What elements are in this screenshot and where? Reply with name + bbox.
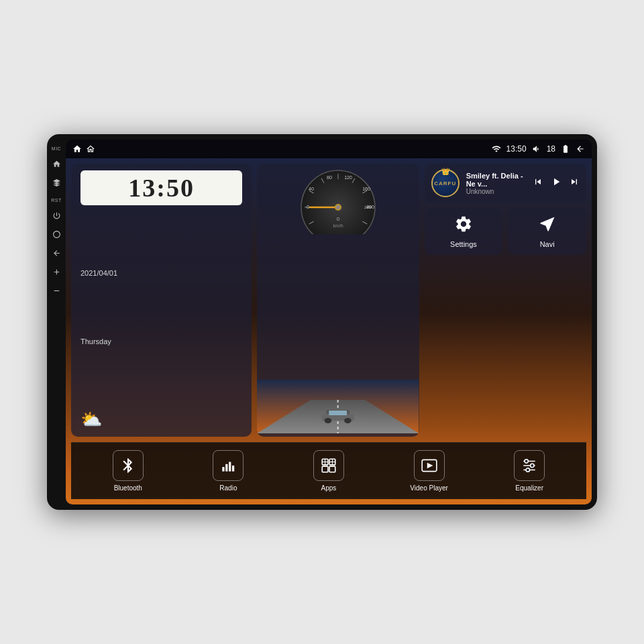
- clock-day: Thursday: [80, 337, 242, 345]
- svg-rect-37: [329, 466, 335, 472]
- bluetooth-icon: [119, 457, 137, 474]
- equalizer-icon: [521, 457, 538, 474]
- right-widgets: 👑 CARFU Smiley ft. Delia - Ne v... Unkno…: [425, 164, 586, 437]
- road-container: [257, 234, 419, 437]
- navi-widget[interactable]: Navi: [508, 208, 586, 255]
- music-controls: [533, 176, 580, 191]
- svg-text:240: 240: [364, 205, 372, 209]
- wifi-icon: [492, 144, 501, 154]
- settings-icon: [454, 215, 473, 237]
- apps-label: Apps: [321, 484, 337, 492]
- bluetooth-label: Bluetooth: [114, 484, 142, 492]
- svg-rect-36: [322, 466, 328, 472]
- music-artist: Unknown: [466, 188, 526, 195]
- side-button-panel: MIC RST: [47, 134, 66, 510]
- music-widget[interactable]: 👑 CARFU Smiley ft. Delia - Ne v... Unkno…: [425, 164, 586, 203]
- status-right-area: 13:50 18: [492, 144, 585, 154]
- clock-display: 13:50: [80, 170, 242, 205]
- svg-point-27: [325, 418, 332, 423]
- carfu-logo-text: CARFU: [434, 180, 456, 186]
- svg-point-28: [344, 418, 352, 423]
- svg-text:0: 0: [307, 205, 309, 209]
- speedometer-svg: 0 40 80 120 160 200 0: [291, 167, 385, 234]
- radio-icon-container: [213, 450, 244, 481]
- svg-text:0: 0: [337, 216, 340, 222]
- svg-text:km/h: km/h: [333, 223, 343, 228]
- equalizer-label: Equalizer: [515, 484, 543, 492]
- house-button[interactable]: [50, 176, 62, 189]
- main-content-area: 13:50 2021/04/01 Thursday ⛅: [66, 158, 592, 504]
- svg-marker-43: [427, 463, 433, 469]
- clock-time: 13:50: [87, 173, 235, 203]
- svg-rect-33: [232, 466, 234, 472]
- settings-widget[interactable]: Settings: [425, 208, 503, 255]
- nav-row: Settings Navi: [425, 208, 586, 255]
- apps-icon-container: [313, 450, 344, 481]
- svg-rect-32: [229, 462, 231, 472]
- video-player-button[interactable]: Video Player: [379, 450, 480, 492]
- settings-label: Settings: [450, 240, 477, 248]
- apps-icon: [320, 457, 337, 474]
- navi-icon: [538, 215, 557, 237]
- video-player-icon-container: [414, 450, 445, 481]
- bluetooth-button[interactable]: Bluetooth: [78, 450, 178, 492]
- video-player-label: Video Player: [410, 484, 448, 492]
- widgets-row: 13:50 2021/04/01 Thursday ⛅: [71, 164, 586, 437]
- svg-point-48: [531, 464, 534, 467]
- next-button[interactable]: [569, 176, 580, 190]
- speedometer-widget: 0 40 80 120 160 200 0: [257, 164, 419, 437]
- bottom-bar: Bluetooth Radio: [71, 442, 586, 499]
- power-button[interactable]: [50, 209, 62, 221]
- vol-up-button[interactable]: [50, 266, 62, 278]
- svg-point-49: [526, 468, 529, 472]
- radio-icon: [219, 457, 237, 474]
- car-head-unit: MIC RST: [47, 134, 597, 510]
- equalizer-icon-container: [514, 450, 545, 481]
- prev-button[interactable]: [533, 176, 543, 190]
- battery-icon: [561, 144, 570, 154]
- speedo-container: 0 40 80 120 160 200 0: [257, 164, 419, 437]
- home-button[interactable]: [50, 158, 62, 170]
- radio-button[interactable]: Radio: [178, 450, 279, 492]
- status-left-icons: [72, 144, 95, 154]
- clock-date: 2021/04/01: [80, 269, 242, 277]
- crown-icon: 👑: [441, 168, 449, 175]
- svg-rect-29: [329, 411, 347, 415]
- svg-point-18: [336, 205, 340, 209]
- vol-down-button[interactable]: [50, 284, 62, 297]
- road-svg: [257, 380, 419, 433]
- back-status-icon: [576, 144, 585, 154]
- clock-widget: 13:50 2021/04/01 Thursday ⛅: [71, 164, 252, 437]
- volume-icon: [532, 144, 541, 154]
- music-info: Smiley ft. Delia - Ne v... Unknown: [466, 172, 526, 195]
- navi-label: Navi: [540, 240, 555, 248]
- video-player-icon: [421, 457, 438, 474]
- play-button[interactable]: [550, 176, 562, 191]
- house-status-icon: [86, 144, 95, 154]
- apps-button[interactable]: Apps: [278, 450, 379, 492]
- svg-point-47: [525, 460, 528, 463]
- weather-icon: ⛅: [80, 409, 242, 430]
- svg-text:40: 40: [309, 186, 314, 191]
- music-title: Smiley ft. Delia - Ne v...: [466, 172, 526, 188]
- mic-label: MIC: [52, 146, 61, 151]
- svg-rect-30: [223, 467, 225, 472]
- volume-level: 18: [547, 144, 555, 154]
- status-bar: 13:50 18: [66, 140, 592, 158]
- back-button[interactable]: [50, 247, 62, 259]
- menu-button[interactable]: [50, 228, 62, 240]
- svg-text:80: 80: [327, 175, 332, 180]
- rst-label: RST: [51, 198, 62, 203]
- radio-label: Radio: [219, 484, 237, 492]
- svg-text:120: 120: [344, 175, 352, 180]
- main-screen: 13:50 18 13:50 2021/04/01 T: [66, 140, 592, 504]
- music-logo: 👑 CARFU: [431, 169, 460, 197]
- svg-text:160: 160: [362, 186, 370, 191]
- equalizer-button[interactable]: Equalizer: [479, 450, 580, 492]
- status-time: 13:50: [506, 144, 527, 154]
- bluetooth-icon-container: [113, 450, 144, 481]
- svg-rect-31: [226, 464, 228, 472]
- home-status-icon: [72, 144, 82, 154]
